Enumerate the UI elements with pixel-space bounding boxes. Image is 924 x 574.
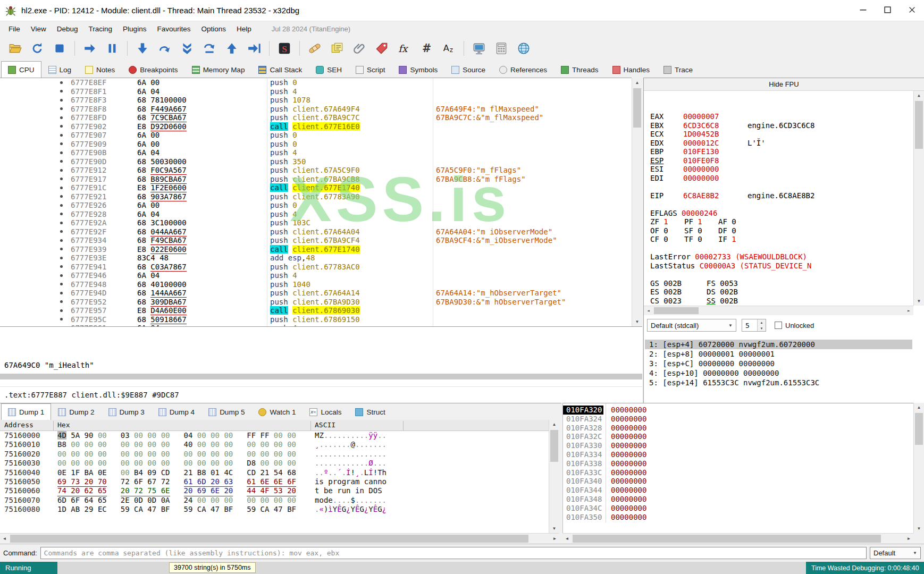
stack-pane[interactable]: 010FA32000000000010FA32400000000010FA328… — [562, 403, 913, 533]
scroll-thumb[interactable] — [654, 307, 699, 314]
disasm-row[interactable]: 6777E92168 903A7867push client.67783A90 — [0, 192, 632, 201]
disasm-row[interactable]: 6777E9096A 00push 0 — [0, 140, 632, 149]
breakpoint-gutter[interactable] — [0, 271, 69, 280]
tab-call-stack[interactable]: Call Stack — [251, 61, 309, 78]
execute-till-return-button[interactable] — [222, 39, 241, 58]
breakpoint-dot[interactable] — [60, 134, 63, 137]
register-row-esp[interactable]: ESP010FE0F8 — [650, 156, 912, 165]
stack-row[interactable]: 010FA33000000000 — [563, 441, 903, 450]
dump-row[interactable]: 7516005069 73 20 7072 6F 67 7261 6D 20 6… — [0, 477, 549, 486]
stack-row[interactable]: 010FA33C00000000 — [563, 468, 903, 477]
disasm-row[interactable]: 6777E92A68 3C100000push 103C — [0, 218, 632, 227]
header-separator[interactable] — [53, 421, 54, 430]
breakpoint-gutter[interactable] — [0, 315, 69, 324]
disasm-row[interactable]: 6777E95268 309DBA67push client.67BA9D306… — [0, 298, 632, 307]
command-input[interactable] — [40, 547, 867, 559]
menu-plugins[interactable]: Plugins — [117, 23, 152, 35]
breakpoint-gutter[interactable] — [0, 140, 69, 149]
hash-button[interactable]: # — [417, 39, 436, 58]
spin-down-icon[interactable]: ▼ — [758, 325, 766, 331]
menu-debug[interactable]: Debug — [52, 23, 83, 35]
animate-over-button[interactable] — [200, 39, 219, 58]
breakpoint-dot[interactable] — [60, 239, 63, 242]
dump-row[interactable]: 7516003000 00 00 0000 00 00 0000 00 00 0… — [0, 459, 549, 468]
disasm-row[interactable]: 6777E93E83C4 48add esp,48 — [0, 254, 632, 263]
tab-source[interactable]: Source — [444, 61, 492, 78]
dump-row[interactable]: 7516006074 20 62 6520 72 75 6E20 69 6E 2… — [0, 486, 549, 495]
segment-fs[interactable]: FS 0053 — [707, 279, 763, 288]
tab-locals[interactable]: Locals — [303, 403, 348, 420]
breakpoint-gutter[interactable] — [0, 254, 69, 263]
stack-row[interactable]: 010FA34C00000000 — [563, 504, 903, 513]
disasm-row[interactable]: 6777E91268 F0C9A567push client.67A5C9F06… — [0, 166, 632, 175]
breakpoint-dot[interactable] — [60, 274, 63, 277]
tab-notes[interactable]: Notes — [78, 61, 122, 78]
breakpoint-gutter[interactable] — [0, 210, 69, 219]
breakpoint-dot[interactable] — [60, 90, 63, 92]
scroll-right-icon[interactable]: ► — [904, 306, 913, 315]
menu-file[interactable]: File — [3, 23, 26, 35]
disasm-row[interactable]: 6777E8F368 78100000push 1078 — [0, 96, 632, 105]
breakpoint-dot[interactable] — [60, 107, 63, 110]
tab-threads[interactable]: Threads — [554, 61, 606, 78]
breakpoint-dot[interactable] — [60, 292, 63, 294]
scroll-left-icon[interactable]: ◄ — [562, 534, 572, 544]
breakpoint-dot[interactable] — [60, 309, 63, 312]
step-over-button[interactable] — [155, 39, 174, 58]
restart-button[interactable] — [28, 39, 47, 58]
breakpoint-gutter[interactable] — [0, 263, 69, 272]
flag-af[interactable]: AF 0 — [718, 217, 752, 226]
disasm-row[interactable]: 6777E939E8 022E0600call client.677E1740 — [0, 245, 632, 254]
flag-tf[interactable]: TF 0 — [684, 235, 718, 244]
breakpoint-gutter[interactable] — [0, 157, 69, 166]
close-button[interactable] — [900, 0, 924, 21]
scroll-down-icon[interactable]: ▼ — [632, 317, 642, 326]
flag-zf[interactable]: ZF 1 — [650, 217, 684, 226]
breakpoint-gutter[interactable] — [0, 298, 69, 307]
tab-symbols[interactable]: Symbols — [392, 61, 444, 78]
segment-gs[interactable]: GS 002B — [650, 279, 707, 288]
pause-button[interactable] — [103, 39, 122, 58]
tab-log[interactable]: Log — [41, 61, 79, 78]
menu-options[interactable]: Options — [196, 23, 231, 35]
stack-row[interactable]: 010FA33400000000 — [563, 450, 903, 459]
register-row-eax[interactable]: EAX00000007 — [650, 112, 912, 121]
last-error-row[interactable]: LastError 00002733 (WSAEWOULDBLOCK) — [650, 252, 912, 261]
disassembly-pane[interactable]: 6777E8EF6A 00push 06777E8F16A 04push 467… — [0, 78, 632, 326]
breakpoint-gutter[interactable] — [0, 87, 69, 96]
breakpoint-gutter[interactable] — [0, 105, 69, 114]
register-row-edx[interactable]: EDX0000012CL'Ĭ' — [650, 139, 912, 148]
disasm-row[interactable]: 6777E8EF6A 00push 0 — [0, 78, 632, 87]
stack-row[interactable]: 010FA32800000000 — [563, 424, 903, 433]
globe-button[interactable] — [514, 39, 533, 58]
maximize-button[interactable] — [875, 0, 900, 21]
stack-row[interactable]: 010FA32000000000 — [563, 406, 903, 415]
menu-help[interactable]: Help — [231, 23, 257, 35]
breakpoint-gutter[interactable] — [0, 236, 69, 245]
register-row-esi[interactable]: ESI00000000 — [650, 165, 912, 174]
scylla-button[interactable]: S — [275, 39, 294, 58]
flag-cf[interactable]: CF 0 — [650, 235, 684, 244]
tab-struct[interactable]: Struct — [348, 403, 392, 420]
disasm-row[interactable]: 6777E94868 40100000push 1040 — [0, 280, 632, 289]
open-file-button[interactable] — [5, 39, 24, 58]
breakpoint-gutter[interactable] — [0, 192, 69, 201]
breakpoint-dot[interactable] — [60, 142, 63, 145]
disasm-row[interactable]: 6777E9286A 04push 4 — [0, 210, 632, 219]
column-splitter[interactable] — [606, 403, 606, 522]
breakpoint-dot[interactable] — [60, 265, 63, 268]
tab-dump-4[interactable]: Dump 4 — [152, 403, 201, 420]
disasm-row[interactable]: 6777E9466A 04push 4 — [0, 271, 632, 280]
dump-row[interactable]: 7516002000 00 00 0000 00 00 0000 00 00 0… — [0, 450, 549, 459]
disasm-row[interactable]: 6777E902E8 D92D0600call client.677E16E0 — [0, 122, 632, 131]
disasm-row[interactable]: 6777E957E8 D4A60E00call client.67869030 — [0, 306, 632, 315]
breakpoint-gutter[interactable] — [0, 218, 69, 227]
dump-row[interactable]: 751600400E 1F BA 0E00 B4 09 CD21 B8 01 4… — [0, 468, 549, 477]
breakpoint-gutter[interactable] — [0, 166, 69, 175]
breakpoint-dot[interactable] — [60, 230, 63, 233]
breakpoint-dot[interactable] — [60, 151, 63, 154]
labels-button[interactable] — [372, 39, 391, 58]
disasm-row[interactable]: 6777E91768 B89CBA67push client.67BA9CB86… — [0, 175, 632, 184]
hide-fpu-button[interactable]: Hide FPU — [644, 78, 924, 91]
dump-row[interactable]: 751600706D 6F 64 652E 0D 0D 0A24 00 00 0… — [0, 496, 549, 505]
